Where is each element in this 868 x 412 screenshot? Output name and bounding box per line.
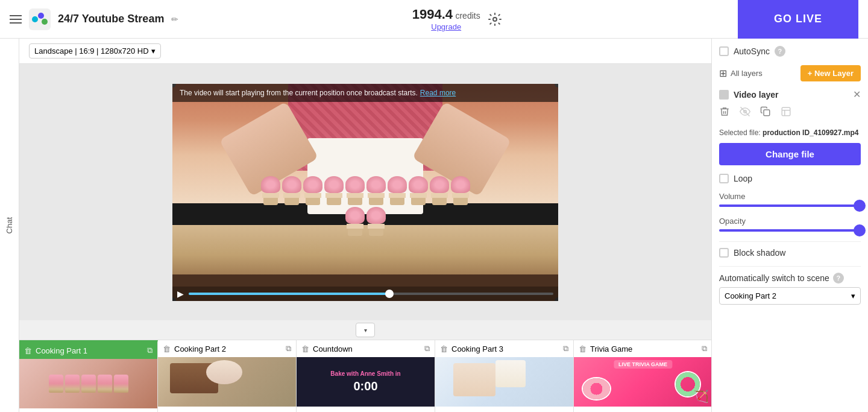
volume-thumb[interactable] xyxy=(854,200,866,212)
scene-copy-5[interactable]: ⧉ xyxy=(702,344,707,353)
layer-duplicate-button[interactable] xyxy=(760,106,771,120)
video-progress-bar: ▶ xyxy=(172,287,558,301)
video-layer-header: Video layer ✕ xyxy=(719,89,861,100)
scene-header-3: 🗑 Countdown ⧉ xyxy=(297,340,435,357)
video-info-bar: The video will start playing from the cu… xyxy=(172,84,558,102)
autosync-checkbox[interactable] xyxy=(719,46,729,56)
block-shadow-label: Block shadow xyxy=(734,248,785,258)
scene-label-2: Cooking Part 2 xyxy=(174,344,226,353)
resolution-value: Landscape | 16:9 | 1280x720 HD xyxy=(34,46,149,55)
layer-hide-button[interactable] xyxy=(740,106,750,120)
selected-file-row: Selected file: production ID_4109927.mp4 xyxy=(719,128,861,137)
scene-thumbnail-5: LIVE TRIVIA GAME 🏹 xyxy=(574,357,711,407)
menu-button[interactable] xyxy=(10,13,22,25)
scene-delete-3[interactable]: 🗑 xyxy=(301,344,309,353)
resolution-select[interactable]: Landscape | 16:9 | 1280x720 HD ▾ xyxy=(29,43,161,59)
change-file-button[interactable]: Change file xyxy=(719,143,861,165)
scene-copy-2[interactable]: ⧉ xyxy=(286,344,291,353)
auto-switch-help-icon[interactable]: ? xyxy=(833,273,844,284)
scene-item-3[interactable]: 🗑 Countdown ⧉ Bake with Anne Smith in 0:… xyxy=(297,340,435,412)
upgrade-link[interactable]: Upgrade xyxy=(412,22,480,31)
scene-list: 🗑 Cooking Part 1 ⧉ xyxy=(19,340,711,412)
autosync-row: AutoSync ? xyxy=(719,46,861,57)
thumb-trivia: LIVE TRIVIA GAME 🏹 xyxy=(574,357,711,407)
toolbar: Landscape | 16:9 | 1280x720 HD ▾ xyxy=(19,39,711,64)
block-shadow-row: Block shadow xyxy=(719,248,861,258)
opacity-row: Opacity xyxy=(719,217,861,232)
all-layers-button[interactable]: ⊞ All layers xyxy=(719,68,763,79)
auto-switch-row: Automatically switch to scene ? Cooking … xyxy=(719,273,861,305)
scene-copy-4[interactable]: ⧉ xyxy=(563,344,568,353)
volume-fill xyxy=(719,204,861,207)
header-left: 24/7 Youtube Stream ✏ xyxy=(10,8,178,30)
scene-item-1[interactable]: 🗑 Cooking Part 1 ⧉ xyxy=(19,340,158,412)
scene-delete-2[interactable]: 🗑 xyxy=(163,344,171,353)
volume-slider[interactable] xyxy=(719,204,861,207)
video-container: The video will start playing from the cu… xyxy=(172,84,558,301)
read-more-link[interactable]: Read more xyxy=(420,89,456,97)
scene-header-left-3: 🗑 Countdown xyxy=(301,344,353,353)
autosync-help-icon[interactable]: ? xyxy=(775,46,785,57)
opacity-slider[interactable] xyxy=(719,229,861,232)
chat-label: Chat xyxy=(5,217,14,233)
loop-checkbox[interactable] xyxy=(719,174,729,183)
svg-point-2 xyxy=(38,13,44,19)
scene-delete-5[interactable]: 🗑 xyxy=(579,344,587,353)
selected-file-prefix: Selected file: xyxy=(719,128,761,137)
scene-copy-1[interactable]: ⧉ xyxy=(147,346,153,355)
svg-rect-10 xyxy=(764,110,770,116)
video-layer-close[interactable]: ✕ xyxy=(853,89,861,100)
edit-title-icon[interactable]: ✏ xyxy=(171,14,178,24)
scene-thumbnail-4 xyxy=(435,357,573,407)
auto-switch-select[interactable]: Cooking Part 2 ▾ xyxy=(719,287,861,305)
scene-thumbnail-3: Bake with Anne Smith in 0:00 xyxy=(297,357,435,407)
layers-toolbar: ⊞ All layers + New Layer xyxy=(719,65,861,81)
resolution-chevron: ▾ xyxy=(151,46,156,55)
svg-rect-11 xyxy=(782,107,790,116)
layers-icon: ⊞ xyxy=(719,68,727,79)
opacity-thumb[interactable] xyxy=(854,224,866,236)
block-shadow-checkbox[interactable] xyxy=(719,248,729,258)
layer-settings-button[interactable] xyxy=(781,106,791,120)
volume-label: Volume xyxy=(719,192,861,201)
scene-copy-3[interactable]: ⧉ xyxy=(424,344,430,353)
scene-item-4[interactable]: 🗑 Cooking Part 3 ⧉ xyxy=(435,340,574,412)
video-layer-left: Video layer xyxy=(719,90,778,100)
header: 24/7 Youtube Stream ✏ 1994.4 credits Upg… xyxy=(0,0,868,39)
progress-fill xyxy=(189,293,389,295)
layer-actions xyxy=(719,106,861,120)
collapse-button[interactable]: ▾ xyxy=(356,323,375,337)
thumb-cooking3 xyxy=(435,357,573,407)
video-layer-label: Video layer xyxy=(734,90,778,100)
scene-delete-1[interactable]: 🗑 xyxy=(24,346,32,355)
new-layer-button[interactable]: + New Layer xyxy=(800,65,861,81)
chat-sidebar[interactable]: Chat xyxy=(0,39,19,412)
scene-thumbnail-2 xyxy=(158,357,296,407)
layer-delete-button[interactable] xyxy=(719,106,730,120)
video-preview-area: The video will start playing from the cu… xyxy=(19,64,711,320)
thumb-cooking2 xyxy=(158,357,296,407)
svg-point-3 xyxy=(42,19,48,25)
auto-switch-chevron: ▾ xyxy=(851,291,855,300)
credits-info: 1994.4 credits Upgrade xyxy=(412,7,480,31)
video-frame: The video will start playing from the cu… xyxy=(172,84,558,301)
video-info-text: The video will start playing from the cu… xyxy=(180,89,418,97)
app-title: 24/7 Youtube Stream xyxy=(58,13,164,25)
scene-item-2[interactable]: 🗑 Cooking Part 2 ⧉ xyxy=(158,340,297,412)
scene-delete-4[interactable]: 🗑 xyxy=(440,344,448,353)
credits-amount: 1994.4 xyxy=(412,7,453,22)
scene-label-5: Trivia Game xyxy=(590,344,632,353)
opacity-label: Opacity xyxy=(719,217,861,226)
scene-header-1: 🗑 Cooking Part 1 ⧉ xyxy=(19,342,157,359)
scene-item-5[interactable]: 🗑 Trivia Game ⧉ LIVE TRIVIA GAME 🏹 xyxy=(574,340,711,412)
play-button[interactable]: ▶ xyxy=(177,289,184,299)
settings-button[interactable] xyxy=(485,10,505,29)
progress-track[interactable] xyxy=(189,293,553,295)
progress-thumb xyxy=(385,290,394,298)
scene-thumbnail-1 xyxy=(19,359,157,408)
scene-label-3: Countdown xyxy=(313,344,353,353)
scene-label-4: Cooking Part 3 xyxy=(451,344,503,353)
go-live-button[interactable]: GO LIVE xyxy=(738,0,858,39)
scene-header-5: 🗑 Trivia Game ⧉ xyxy=(574,340,711,357)
app-logo xyxy=(29,8,51,30)
